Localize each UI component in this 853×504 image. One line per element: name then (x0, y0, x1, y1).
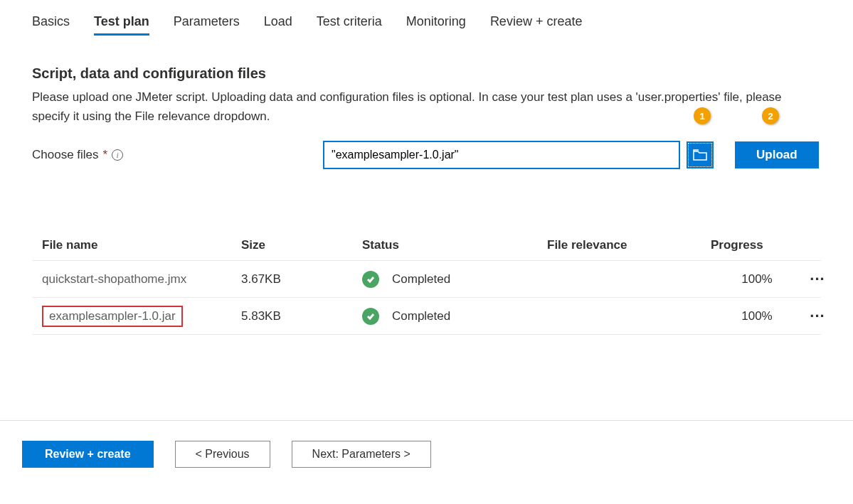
tab-test-criteria[interactable]: Test criteria (317, 14, 382, 36)
file-status-cell: Completed (362, 271, 547, 288)
col-file-relevance: File relevance (547, 238, 711, 252)
wizard-tabs: Basics Test plan Parameters Load Test cr… (32, 14, 821, 36)
file-table: File name Size Status File relevance Pro… (32, 230, 821, 335)
tab-review-create[interactable]: Review + create (490, 14, 583, 36)
tab-parameters[interactable]: Parameters (174, 14, 240, 36)
file-size-cell: 3.67KB (241, 272, 362, 286)
choose-files-label: Choose files * i (32, 148, 317, 162)
choose-files-row: Choose files * i Upload (32, 141, 821, 168)
file-input[interactable] (324, 141, 679, 168)
col-status: Status (362, 238, 547, 252)
review-create-button[interactable]: Review + create (22, 441, 154, 468)
tab-basics[interactable]: Basics (32, 14, 70, 36)
tab-test-plan[interactable]: Test plan (94, 14, 149, 36)
row-more-button[interactable]: ··· (803, 270, 832, 289)
required-asterisk: * (103, 148, 108, 162)
col-file-name: File name (42, 238, 241, 252)
progress-cell: 100% (711, 272, 803, 286)
file-status-cell: Completed (362, 308, 547, 325)
next-button[interactable]: Next: Parameters > (292, 441, 431, 468)
tab-monitoring[interactable]: Monitoring (406, 14, 466, 36)
browse-folder-button[interactable] (687, 141, 714, 168)
table-row: quickstart-shopathome.jmx 3.67KB Complet… (32, 261, 821, 298)
col-size: Size (241, 238, 362, 252)
previous-button[interactable]: < Previous (175, 441, 270, 468)
status-text: Completed (392, 272, 450, 286)
file-size-cell: 5.83KB (241, 309, 362, 323)
row-more-button[interactable]: ··· (803, 307, 832, 326)
file-name-cell: quickstart-shopathome.jmx (42, 272, 186, 286)
table-header: File name Size Status File relevance Pro… (32, 230, 821, 261)
status-text: Completed (392, 309, 450, 323)
footer-buttons: Review + create < Previous Next: Paramet… (22, 421, 821, 468)
file-name-cell: examplesampler-1.0.jar (42, 306, 183, 327)
choose-files-text: Choose files (32, 148, 99, 162)
table-row: examplesampler-1.0.jar 5.83KB Completed … (32, 298, 821, 335)
tab-load[interactable]: Load (264, 14, 292, 36)
check-icon (362, 271, 379, 288)
info-icon[interactable]: i (112, 149, 123, 161)
check-icon (362, 308, 379, 325)
col-progress: Progress (711, 238, 803, 252)
section-title: Script, data and configuration files (32, 65, 821, 82)
progress-cell: 100% (711, 309, 803, 323)
folder-icon (693, 149, 707, 161)
upload-button[interactable]: Upload (735, 141, 819, 168)
